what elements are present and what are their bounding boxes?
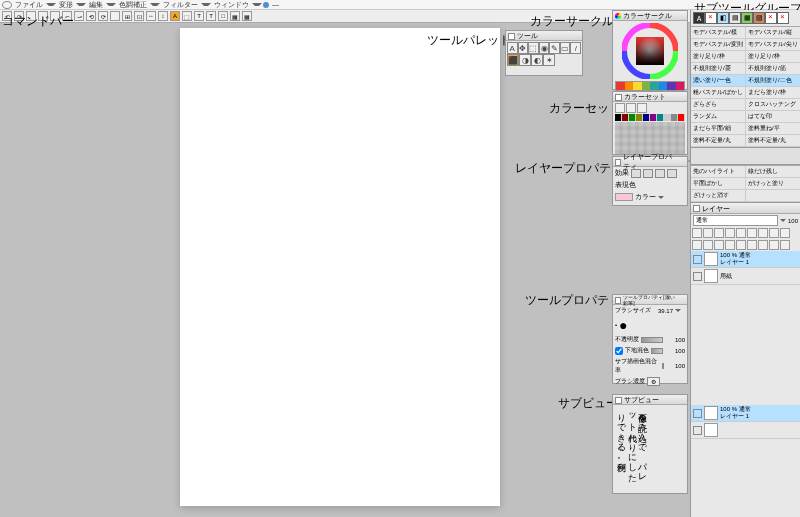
tool-lasso[interactable]: ◉ xyxy=(539,42,550,54)
layer-tool[interactable] xyxy=(714,240,724,250)
menu-filter[interactable]: フィルター xyxy=(161,0,200,10)
toolbar-btn[interactable]: ⟲ xyxy=(86,11,96,21)
menu-transform[interactable]: 変形 xyxy=(57,0,75,10)
opt[interactable]: まだら塗り/枠 xyxy=(746,87,800,98)
panel-header[interactable]: カラーサークル xyxy=(613,11,687,21)
stepper-icon[interactable] xyxy=(675,309,681,312)
toolbar-btn[interactable]: ↔ xyxy=(146,11,156,21)
layer-item[interactable] xyxy=(691,422,800,439)
visibility-icon[interactable] xyxy=(693,426,702,435)
toolbar-btn[interactable]: ▦ xyxy=(230,11,240,21)
subtool-btn[interactable]: ▤ xyxy=(729,12,741,24)
tool-grad1[interactable]: ◑ xyxy=(519,54,531,66)
opt[interactable]: モデパステル/変則 xyxy=(691,39,746,50)
chevron-down-icon[interactable] xyxy=(658,196,664,199)
toolbar-btn[interactable]: A xyxy=(170,11,180,21)
collapse-icon[interactable] xyxy=(615,397,622,404)
toolbar-btn[interactable]: ▦ xyxy=(242,11,252,21)
layer-tool[interactable] xyxy=(780,240,790,250)
toolbar-btn[interactable]: T xyxy=(206,11,216,21)
opt[interactable]: ざけっと消す xyxy=(691,190,746,201)
cs-tool[interactable] xyxy=(637,103,647,113)
opt[interactable]: 粗パステル/ぼかし xyxy=(691,87,746,98)
opt[interactable]: まだら平面/細 xyxy=(691,123,746,134)
flag-icon[interactable] xyxy=(263,2,269,8)
effect-toggle[interactable] xyxy=(631,169,641,178)
layer-tool[interactable] xyxy=(769,228,779,238)
layer-tool[interactable] xyxy=(725,228,735,238)
layer-tool[interactable] xyxy=(758,228,768,238)
opt[interactable]: ランダム xyxy=(691,111,746,122)
cs-tool[interactable] xyxy=(615,103,625,113)
effect-toggle[interactable] xyxy=(667,169,677,178)
layer-tool[interactable] xyxy=(780,228,790,238)
chevron-down-icon[interactable] xyxy=(780,219,786,222)
blend-mode[interactable]: 通常 xyxy=(693,215,778,226)
opt[interactable]: 塗料重ね/平 xyxy=(746,123,800,134)
tool-brush[interactable]: ⬛ xyxy=(507,54,519,66)
opt[interactable]: 不規則塗り/二色 xyxy=(746,75,800,86)
opt[interactable]: モデパステル/模 xyxy=(691,27,746,38)
opt[interactable]: 濃い塗り/一色 xyxy=(691,75,746,86)
opt[interactable]: がけっと塗り xyxy=(746,178,800,189)
tool-shape[interactable]: ▭ xyxy=(560,42,571,54)
color-swatch[interactable] xyxy=(615,193,633,201)
toolbar-btn[interactable]: ⊡ xyxy=(134,11,144,21)
collapse-icon[interactable] xyxy=(615,297,621,304)
settings-button[interactable]: ⚙ xyxy=(647,377,660,386)
layer-item[interactable]: 100 % 通常レイヤー 1 xyxy=(691,251,800,268)
opacity-slider[interactable] xyxy=(641,337,663,343)
panel-header[interactable]: ツール xyxy=(506,31,582,41)
collapse-icon[interactable] xyxy=(508,33,515,40)
opt[interactable]: モデパステル/尖り xyxy=(746,39,800,50)
opt[interactable]: 不規則塗り/筋 xyxy=(746,63,800,74)
collapse-icon[interactable] xyxy=(615,159,621,166)
toolbar-btn[interactable]: ↕ xyxy=(158,11,168,21)
toolbar-btn[interactable]: ⊞ xyxy=(122,11,132,21)
eye-icon[interactable] xyxy=(2,1,12,9)
tool-select[interactable]: ⬚ xyxy=(528,42,539,54)
cs-tool[interactable] xyxy=(626,103,636,113)
panel-header[interactable]: レイヤープロパティ xyxy=(613,157,687,167)
menu-window[interactable]: ウィンドウ xyxy=(212,0,251,10)
slider[interactable] xyxy=(662,363,664,369)
layer-tool[interactable] xyxy=(747,228,757,238)
toolbar-btn[interactable]: ⬚ xyxy=(182,11,192,21)
toolbar-btn[interactable]: ⤻ xyxy=(74,11,84,21)
layer-tool[interactable] xyxy=(736,228,746,238)
canvas[interactable] xyxy=(180,28,500,506)
panel-header[interactable]: カラーセット xyxy=(613,92,687,102)
layer-tool[interactable] xyxy=(736,240,746,250)
hue-strip[interactable] xyxy=(615,81,685,91)
effect-toggle[interactable] xyxy=(655,169,665,178)
opt[interactable]: はてな印 xyxy=(746,111,800,122)
layer-tool[interactable] xyxy=(758,240,768,250)
tool-text[interactable]: A xyxy=(507,42,518,54)
visibility-icon[interactable] xyxy=(693,272,702,281)
panel-header[interactable]: サブビュー xyxy=(613,395,687,405)
opt[interactable]: 塗料不定量/丸 xyxy=(691,135,746,146)
layer-item[interactable]: 用紙 xyxy=(691,268,800,285)
menu-color[interactable]: 色調補正 xyxy=(117,0,149,10)
menu-edit[interactable]: 編集 xyxy=(87,0,105,10)
layer-tool[interactable] xyxy=(703,228,713,238)
opt[interactable]: 塗り足り/枠 xyxy=(691,51,746,62)
opt[interactable]: 塗料不定量/丸 xyxy=(746,135,800,146)
opt[interactable]: クロスハッチング xyxy=(746,99,800,110)
layer-tool[interactable] xyxy=(692,240,702,250)
opt[interactable]: 平面ぼかし xyxy=(691,178,746,189)
visibility-icon[interactable] xyxy=(693,409,702,418)
layer-tool[interactable] xyxy=(747,240,757,250)
layer-tool[interactable] xyxy=(714,228,724,238)
undercolor-check[interactable] xyxy=(615,347,623,355)
opt[interactable]: 線だけ残し xyxy=(746,166,800,177)
visibility-icon[interactable] xyxy=(693,255,702,264)
layer-tool[interactable] xyxy=(769,240,779,250)
subtool-btn[interactable]: A xyxy=(693,12,705,24)
subtool-btn[interactable]: ◧ xyxy=(717,12,729,24)
tool-pen[interactable]: ✎ xyxy=(549,42,560,54)
toolbar-btn[interactable] xyxy=(110,11,120,21)
toolbar-btn[interactable]: □ xyxy=(218,11,228,21)
color-wheel[interactable] xyxy=(622,23,678,79)
toolbar-btn[interactable]: ⟳ xyxy=(98,11,108,21)
